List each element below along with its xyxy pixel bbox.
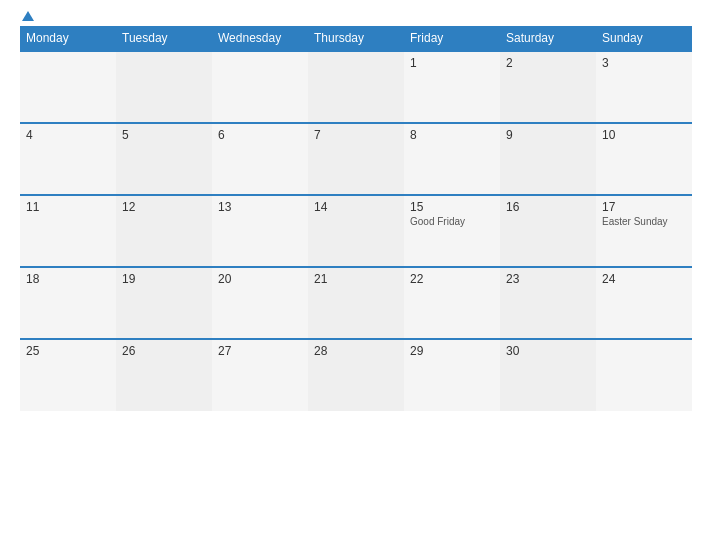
calendar-cell: 6 bbox=[212, 123, 308, 195]
calendar-cell: 9 bbox=[500, 123, 596, 195]
day-number: 17 bbox=[602, 200, 686, 214]
weekday-tuesday: Tuesday bbox=[116, 26, 212, 51]
day-number: 7 bbox=[314, 128, 398, 142]
weekday-monday: Monday bbox=[20, 26, 116, 51]
day-number: 23 bbox=[506, 272, 590, 286]
calendar-page: MondayTuesdayWednesdayThursdayFridaySatu… bbox=[0, 0, 712, 550]
calendar-cell: 5 bbox=[116, 123, 212, 195]
day-number: 19 bbox=[122, 272, 206, 286]
day-number: 28 bbox=[314, 344, 398, 358]
calendar-week-row: 123 bbox=[20, 51, 692, 123]
calendar-cell: 2 bbox=[500, 51, 596, 123]
calendar-cell: 18 bbox=[20, 267, 116, 339]
calendar-cell: 17Easter Sunday bbox=[596, 195, 692, 267]
calendar-cell: 11 bbox=[20, 195, 116, 267]
calendar-week-row: 252627282930 bbox=[20, 339, 692, 411]
day-number: 14 bbox=[314, 200, 398, 214]
weekday-thursday: Thursday bbox=[308, 26, 404, 51]
calendar-cell: 22 bbox=[404, 267, 500, 339]
weekday-header-row: MondayTuesdayWednesdayThursdayFridaySatu… bbox=[20, 26, 692, 51]
calendar-cell: 13 bbox=[212, 195, 308, 267]
day-number: 18 bbox=[26, 272, 110, 286]
logo bbox=[20, 11, 34, 21]
calendar-cell: 21 bbox=[308, 267, 404, 339]
calendar-cell: 1 bbox=[404, 51, 500, 123]
calendar-cell: 30 bbox=[500, 339, 596, 411]
day-number: 27 bbox=[218, 344, 302, 358]
calendar-cell: 24 bbox=[596, 267, 692, 339]
day-number: 5 bbox=[122, 128, 206, 142]
calendar-cell: 12 bbox=[116, 195, 212, 267]
weekday-saturday: Saturday bbox=[500, 26, 596, 51]
calendar-cell: 16 bbox=[500, 195, 596, 267]
calendar-cell bbox=[596, 339, 692, 411]
calendar-cell bbox=[308, 51, 404, 123]
calendar-cell: 15Good Friday bbox=[404, 195, 500, 267]
day-number: 25 bbox=[26, 344, 110, 358]
day-number: 24 bbox=[602, 272, 686, 286]
calendar-cell: 23 bbox=[500, 267, 596, 339]
day-number: 22 bbox=[410, 272, 494, 286]
day-number: 30 bbox=[506, 344, 590, 358]
calendar-cell: 3 bbox=[596, 51, 692, 123]
weekday-friday: Friday bbox=[404, 26, 500, 51]
day-number: 4 bbox=[26, 128, 110, 142]
weekday-sunday: Sunday bbox=[596, 26, 692, 51]
logo-triangle-icon bbox=[22, 11, 34, 21]
day-number: 11 bbox=[26, 200, 110, 214]
calendar-week-row: 45678910 bbox=[20, 123, 692, 195]
day-number: 1 bbox=[410, 56, 494, 70]
calendar-cell bbox=[116, 51, 212, 123]
day-number: 13 bbox=[218, 200, 302, 214]
calendar-cell: 28 bbox=[308, 339, 404, 411]
day-number: 8 bbox=[410, 128, 494, 142]
calendar-cell bbox=[212, 51, 308, 123]
calendar-cell: 7 bbox=[308, 123, 404, 195]
day-number: 6 bbox=[218, 128, 302, 142]
day-number: 20 bbox=[218, 272, 302, 286]
calendar-cell: 4 bbox=[20, 123, 116, 195]
calendar-cell: 8 bbox=[404, 123, 500, 195]
day-number: 26 bbox=[122, 344, 206, 358]
calendar-cell: 27 bbox=[212, 339, 308, 411]
calendar-cell: 20 bbox=[212, 267, 308, 339]
day-number: 3 bbox=[602, 56, 686, 70]
day-number: 9 bbox=[506, 128, 590, 142]
day-number: 10 bbox=[602, 128, 686, 142]
calendar-cell bbox=[20, 51, 116, 123]
calendar-table: MondayTuesdayWednesdayThursdayFridaySatu… bbox=[20, 26, 692, 411]
day-number: 16 bbox=[506, 200, 590, 214]
holiday-label: Easter Sunday bbox=[602, 216, 686, 227]
calendar-cell: 29 bbox=[404, 339, 500, 411]
day-number: 12 bbox=[122, 200, 206, 214]
day-number: 29 bbox=[410, 344, 494, 358]
calendar-week-row: 18192021222324 bbox=[20, 267, 692, 339]
calendar-cell: 19 bbox=[116, 267, 212, 339]
holiday-label: Good Friday bbox=[410, 216, 494, 227]
calendar-cell: 10 bbox=[596, 123, 692, 195]
calendar-week-row: 1112131415Good Friday1617Easter Sunday bbox=[20, 195, 692, 267]
day-number: 2 bbox=[506, 56, 590, 70]
calendar-cell: 26 bbox=[116, 339, 212, 411]
day-number: 15 bbox=[410, 200, 494, 214]
weekday-wednesday: Wednesday bbox=[212, 26, 308, 51]
calendar-cell: 14 bbox=[308, 195, 404, 267]
calendar-cell: 25 bbox=[20, 339, 116, 411]
day-number: 21 bbox=[314, 272, 398, 286]
